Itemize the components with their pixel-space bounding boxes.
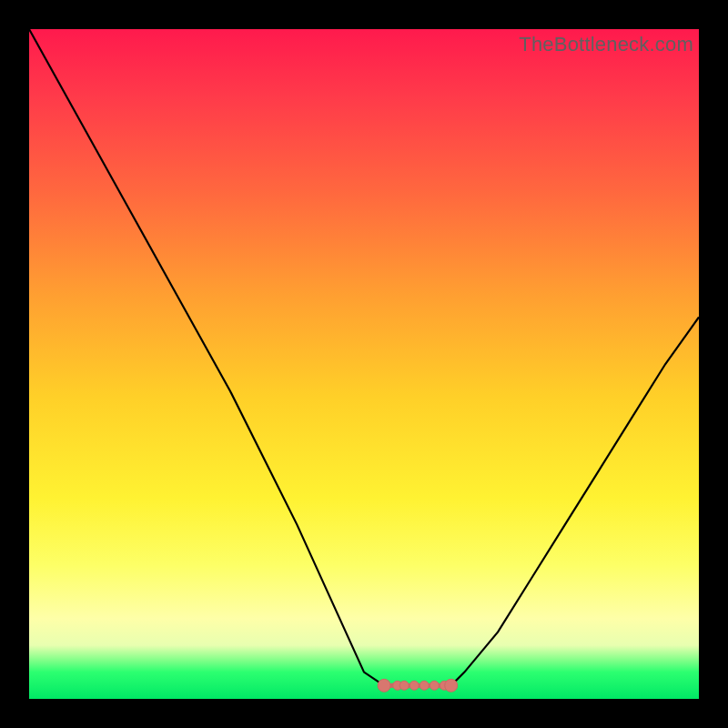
optimal-range-dot [399, 681, 409, 690]
chart-svg [29, 29, 699, 699]
bottleneck-curve-path [29, 29, 699, 685]
optimal-range-dot [410, 681, 419, 690]
optimal-range-dot [430, 681, 439, 690]
optimal-range-dot [420, 681, 429, 690]
optimal-range-dot [445, 679, 458, 692]
plot-area: TheBottleneck.com [29, 29, 699, 699]
optimal-range-dot [378, 679, 390, 692]
chart-frame: TheBottleneck.com [0, 0, 728, 728]
optimal-range-markers [378, 679, 458, 692]
